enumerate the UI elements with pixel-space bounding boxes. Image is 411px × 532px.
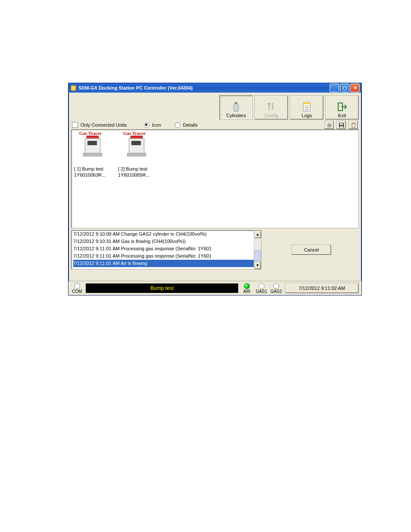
exit-button[interactable]: Exit — [325, 95, 359, 120]
close-button[interactable]: ✕ — [350, 84, 360, 92]
gas1-indicator: GAS1 — [255, 283, 268, 294]
view-icon-radio[interactable] — [144, 122, 149, 128]
logs-icon — [302, 101, 311, 113]
clipboard-button[interactable] — [349, 121, 358, 129]
gas1-label: GAS1 — [256, 289, 268, 294]
logs-label: Logs — [302, 113, 312, 118]
maximize-button[interactable]: ▢ — [340, 84, 349, 92]
tools-icon — [267, 101, 276, 113]
app-window: SDM-GX Docking Station PC Controller (Ve… — [68, 83, 362, 296]
config-label: Config — [265, 113, 278, 118]
com-led-icon — [74, 283, 80, 289]
view-details-label: Details — [183, 122, 198, 128]
exit-label: Exit — [338, 113, 346, 118]
logs-button[interactable]: Logs — [290, 95, 324, 120]
log-row[interactable]: 7/12/2012 9:11:01 AM Processing gas resp… — [73, 245, 254, 252]
svg-rect-2 — [234, 104, 238, 112]
printer-icon — [327, 122, 332, 128]
print-button[interactable] — [324, 121, 334, 129]
view-details-radio[interactable] — [175, 122, 181, 128]
cylinders-label: Cylinders — [226, 113, 246, 118]
save-button[interactable] — [336, 121, 346, 129]
status-message: Bump test — [86, 283, 238, 293]
svg-rect-19 — [353, 123, 354, 124]
docking-station-icon — [119, 136, 153, 166]
air-label: AIR — [243, 289, 251, 294]
only-connected-checkbox[interactable] — [72, 122, 78, 128]
unit-line1: [ 2] Bump test — [118, 166, 160, 172]
svg-rect-0 — [71, 85, 76, 90]
log-content: 7/12/2012 9:10:08 AM Change GAS2 cylinde… — [72, 230, 254, 269]
unit-line2: 1Y6010085R... — [118, 172, 160, 178]
log-row[interactable]: 7/12/2012 9:10:08 AM Change GAS2 cylinde… — [73, 230, 254, 238]
only-connected-label: Only Connected Units — [81, 122, 127, 128]
unit-item[interactable]: Gas Tracer [ 2] Bump test 1Y6010085R... — [117, 131, 160, 178]
svg-rect-5 — [268, 103, 271, 105]
status-message-text: Bump test — [150, 285, 174, 291]
toolbar: Cylinders Config Logs Exit — [68, 93, 361, 120]
docking-station-icon — [75, 136, 109, 166]
com-indicator: COM — [71, 283, 83, 294]
log-scrollbar[interactable]: ▲ ▼ — [254, 230, 261, 269]
scroll-thumb[interactable] — [254, 250, 261, 261]
svg-rect-4 — [272, 103, 273, 110]
minimize-button[interactable]: _ — [330, 84, 339, 92]
exit-icon — [337, 101, 347, 113]
air-indicator: AIR — [241, 283, 253, 294]
clock: 7/12/2012 9:11:02 AM — [285, 283, 359, 293]
gas2-indicator: GAS2 — [270, 283, 282, 294]
svg-rect-13 — [328, 123, 330, 124]
com-label: COM — [72, 289, 82, 294]
unit-brand-label: Gas Tracer — [117, 131, 152, 136]
unit-brand-label: Gas Tracer — [73, 131, 108, 136]
filter-row: Only Connected Units Icon Details — [68, 120, 361, 129]
air-led-icon — [244, 283, 250, 289]
log-row[interactable]: 7/12/2012 9:11:01 AM Processing gas resp… — [73, 252, 254, 260]
clipboard-icon — [351, 122, 356, 128]
scroll-up-button[interactable]: ▲ — [254, 230, 261, 238]
clock-text: 7/12/2012 9:11:02 AM — [299, 286, 345, 291]
unit-list[interactable]: Gas Tracer [ 1] Bump test 1Y6010063R... … — [71, 129, 359, 228]
svg-rect-1 — [235, 102, 237, 104]
gas1-led-icon — [258, 283, 265, 289]
svg-rect-20 — [352, 124, 355, 127]
cylinders-button[interactable]: Cylinders — [219, 95, 253, 120]
statusbar: COM Bump test AIR GAS1 GAS2 7/12/2012 9:… — [68, 281, 361, 295]
scroll-down-button[interactable]: ▼ — [254, 261, 261, 269]
svg-rect-17 — [340, 126, 343, 128]
unit-line2: 1Y6010063R... — [74, 172, 116, 178]
log-listbox[interactable]: 7/12/2012 9:10:08 AM Change GAS2 cylinde… — [71, 230, 262, 270]
cylinder-icon — [233, 101, 240, 113]
unit-item[interactable]: Gas Tracer [ 1] Bump test 1Y6010063R... — [73, 131, 116, 178]
cancel-label: Cancel — [304, 247, 319, 252]
config-button: Config — [255, 95, 288, 120]
log-row[interactable]: 7/12/2012 9:10:31 AM Gas is flowing (CH4… — [73, 238, 254, 245]
gas2-led-icon — [273, 283, 279, 289]
unit-line1: [ 1] Bump test — [74, 166, 116, 172]
gas2-label: GAS2 — [271, 289, 282, 294]
svg-rect-7 — [303, 103, 310, 104]
cancel-button[interactable]: Cancel — [292, 245, 331, 255]
window-title: SDM-GX Docking Station PC Controller (Ve… — [78, 85, 329, 90]
scroll-track[interactable] — [254, 238, 261, 261]
svg-rect-14 — [328, 126, 330, 128]
view-icon-label: Icon — [152, 122, 161, 128]
log-row[interactable]: 7/12/2012 9:11:01 AM Air is flowing — [73, 260, 254, 267]
app-icon — [70, 85, 77, 91]
svg-rect-16 — [340, 123, 343, 125]
titlebar: SDM-GX Docking Station PC Controller (Ve… — [68, 83, 361, 93]
floppy-icon — [339, 122, 344, 128]
